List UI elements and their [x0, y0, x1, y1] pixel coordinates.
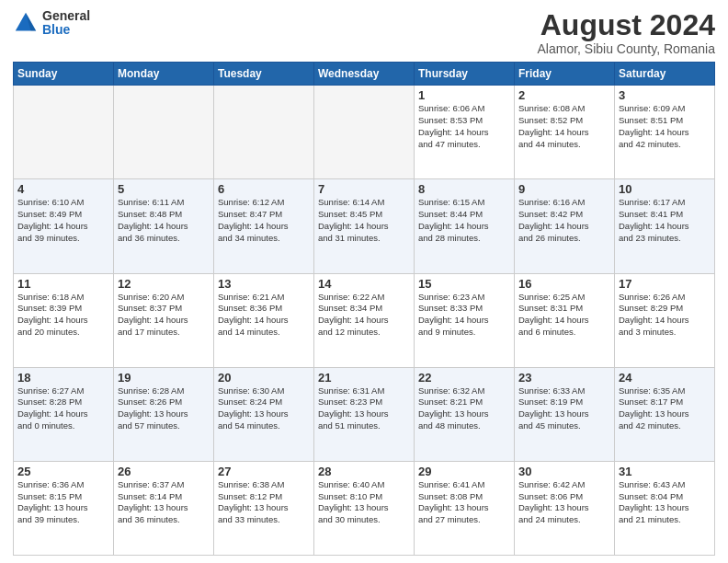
day-info: Sunrise: 6:22 AM Sunset: 8:34 PM Dayligh…: [318, 292, 410, 339]
day-number: 1: [418, 88, 510, 102]
table-row: 29Sunrise: 6:41 AM Sunset: 8:08 PM Dayli…: [415, 461, 515, 555]
day-number: 22: [418, 371, 510, 385]
day-info: Sunrise: 6:16 AM Sunset: 8:42 PM Dayligh…: [518, 197, 610, 244]
day-info: Sunrise: 6:06 AM Sunset: 8:53 PM Dayligh…: [418, 103, 510, 150]
day-number: 14: [318, 277, 410, 291]
location: Alamor, Sibiu County, Romania: [538, 41, 716, 56]
day-info: Sunrise: 6:37 AM Sunset: 8:14 PM Dayligh…: [118, 479, 210, 526]
day-number: 24: [619, 371, 711, 385]
day-number: 26: [118, 465, 210, 478]
table-row: [14, 86, 114, 179]
table-row: 8Sunrise: 6:15 AM Sunset: 8:44 PM Daylig…: [415, 179, 515, 273]
day-number: 23: [518, 371, 610, 385]
logo-blue: Blue: [42, 22, 70, 37]
day-info: Sunrise: 6:35 AM Sunset: 8:17 PM Dayligh…: [619, 385, 711, 432]
day-number: 30: [518, 465, 610, 478]
col-friday: Friday: [515, 63, 615, 86]
logo-icon: [13, 10, 39, 36]
day-info: Sunrise: 6:28 AM Sunset: 8:26 PM Dayligh…: [118, 385, 210, 432]
day-info: Sunrise: 6:10 AM Sunset: 8:49 PM Dayligh…: [17, 197, 109, 244]
day-info: Sunrise: 6:25 AM Sunset: 8:31 PM Dayligh…: [518, 292, 610, 339]
col-thursday: Thursday: [415, 63, 515, 86]
day-info: Sunrise: 6:12 AM Sunset: 8:47 PM Dayligh…: [218, 197, 310, 244]
day-number: 3: [619, 88, 711, 102]
day-info: Sunrise: 6:18 AM Sunset: 8:39 PM Dayligh…: [17, 292, 109, 339]
day-info: Sunrise: 6:11 AM Sunset: 8:48 PM Dayligh…: [118, 197, 210, 244]
table-row: 14Sunrise: 6:22 AM Sunset: 8:34 PM Dayli…: [314, 273, 415, 367]
table-row: 6Sunrise: 6:12 AM Sunset: 8:47 PM Daylig…: [214, 179, 314, 273]
table-row: 5Sunrise: 6:11 AM Sunset: 8:48 PM Daylig…: [114, 179, 214, 273]
col-tuesday: Tuesday: [214, 63, 314, 86]
day-number: 18: [17, 371, 109, 385]
table-row: 3Sunrise: 6:09 AM Sunset: 8:51 PM Daylig…: [615, 86, 715, 179]
table-row: 31Sunrise: 6:43 AM Sunset: 8:04 PM Dayli…: [615, 461, 715, 555]
table-row: 17Sunrise: 6:26 AM Sunset: 8:29 PM Dayli…: [615, 273, 715, 367]
day-info: Sunrise: 6:31 AM Sunset: 8:23 PM Dayligh…: [318, 385, 410, 432]
week-row-1: 1Sunrise: 6:06 AM Sunset: 8:53 PM Daylig…: [14, 86, 715, 179]
day-number: 10: [619, 182, 711, 196]
week-row-3: 11Sunrise: 6:18 AM Sunset: 8:39 PM Dayli…: [14, 273, 715, 367]
table-row: 22Sunrise: 6:32 AM Sunset: 8:21 PM Dayli…: [415, 367, 515, 461]
table-row: 13Sunrise: 6:21 AM Sunset: 8:36 PM Dayli…: [214, 273, 314, 367]
day-number: 6: [218, 182, 310, 196]
day-info: Sunrise: 6:21 AM Sunset: 8:36 PM Dayligh…: [218, 292, 310, 339]
table-row: 7Sunrise: 6:14 AM Sunset: 8:45 PM Daylig…: [314, 179, 415, 273]
month-title: August 2024: [538, 9, 716, 41]
logo-general: General: [42, 8, 90, 23]
table-row: 18Sunrise: 6:27 AM Sunset: 8:28 PM Dayli…: [14, 367, 114, 461]
day-number: 17: [619, 277, 711, 291]
day-info: Sunrise: 6:33 AM Sunset: 8:19 PM Dayligh…: [518, 385, 610, 432]
day-number: 9: [518, 182, 610, 196]
logo-text: General Blue: [42, 9, 90, 38]
day-info: Sunrise: 6:15 AM Sunset: 8:44 PM Dayligh…: [418, 197, 510, 244]
table-row: 28Sunrise: 6:40 AM Sunset: 8:10 PM Dayli…: [314, 461, 415, 555]
day-info: Sunrise: 6:40 AM Sunset: 8:10 PM Dayligh…: [318, 479, 410, 526]
table-row: [314, 86, 415, 179]
week-row-2: 4Sunrise: 6:10 AM Sunset: 8:49 PM Daylig…: [14, 179, 715, 273]
table-row: 21Sunrise: 6:31 AM Sunset: 8:23 PM Dayli…: [314, 367, 415, 461]
table-row: 12Sunrise: 6:20 AM Sunset: 8:37 PM Dayli…: [114, 273, 214, 367]
day-info: Sunrise: 6:09 AM Sunset: 8:51 PM Dayligh…: [619, 103, 711, 150]
day-info: Sunrise: 6:30 AM Sunset: 8:24 PM Dayligh…: [218, 385, 310, 432]
day-info: Sunrise: 6:14 AM Sunset: 8:45 PM Dayligh…: [318, 197, 410, 244]
day-number: 4: [17, 182, 109, 196]
day-number: 29: [418, 465, 510, 478]
day-number: 31: [619, 465, 711, 478]
table-row: [114, 86, 214, 179]
day-number: 5: [118, 182, 210, 196]
table-row: 23Sunrise: 6:33 AM Sunset: 8:19 PM Dayli…: [515, 367, 615, 461]
title-block: August 2024 Alamor, Sibiu County, Romani…: [538, 9, 716, 56]
day-number: 13: [218, 277, 310, 291]
day-number: 20: [218, 371, 310, 385]
day-number: 16: [518, 277, 610, 291]
table-row: 11Sunrise: 6:18 AM Sunset: 8:39 PM Dayli…: [14, 273, 114, 367]
day-number: 7: [318, 182, 410, 196]
day-info: Sunrise: 6:08 AM Sunset: 8:52 PM Dayligh…: [518, 103, 610, 150]
table-row: 4Sunrise: 6:10 AM Sunset: 8:49 PM Daylig…: [14, 179, 114, 273]
header: General Blue August 2024 Alamor, Sibiu C…: [13, 9, 715, 56]
table-row: 9Sunrise: 6:16 AM Sunset: 8:42 PM Daylig…: [515, 179, 615, 273]
table-row: 15Sunrise: 6:23 AM Sunset: 8:33 PM Dayli…: [415, 273, 515, 367]
day-info: Sunrise: 6:42 AM Sunset: 8:06 PM Dayligh…: [518, 479, 610, 526]
day-info: Sunrise: 6:26 AM Sunset: 8:29 PM Dayligh…: [619, 292, 711, 339]
table-row: 10Sunrise: 6:17 AM Sunset: 8:41 PM Dayli…: [615, 179, 715, 273]
table-row: 30Sunrise: 6:42 AM Sunset: 8:06 PM Dayli…: [515, 461, 615, 555]
table-row: 2Sunrise: 6:08 AM Sunset: 8:52 PM Daylig…: [515, 86, 615, 179]
page: General Blue August 2024 Alamor, Sibiu C…: [0, 0, 728, 563]
col-monday: Monday: [114, 63, 214, 86]
table-row: 25Sunrise: 6:36 AM Sunset: 8:15 PM Dayli…: [14, 461, 114, 555]
col-sunday: Sunday: [14, 63, 114, 86]
col-wednesday: Wednesday: [314, 63, 415, 86]
day-number: 12: [118, 277, 210, 291]
day-number: 27: [218, 465, 310, 478]
day-number: 11: [17, 277, 109, 291]
calendar-table: Sunday Monday Tuesday Wednesday Thursday…: [13, 62, 715, 556]
table-row: 1Sunrise: 6:06 AM Sunset: 8:53 PM Daylig…: [415, 86, 515, 179]
week-row-5: 25Sunrise: 6:36 AM Sunset: 8:15 PM Dayli…: [14, 461, 715, 555]
day-number: 21: [318, 371, 410, 385]
day-info: Sunrise: 6:23 AM Sunset: 8:33 PM Dayligh…: [418, 292, 510, 339]
day-info: Sunrise: 6:17 AM Sunset: 8:41 PM Dayligh…: [619, 197, 711, 244]
table-row: 19Sunrise: 6:28 AM Sunset: 8:26 PM Dayli…: [114, 367, 214, 461]
col-saturday: Saturday: [615, 63, 715, 86]
day-info: Sunrise: 6:27 AM Sunset: 8:28 PM Dayligh…: [17, 385, 109, 432]
